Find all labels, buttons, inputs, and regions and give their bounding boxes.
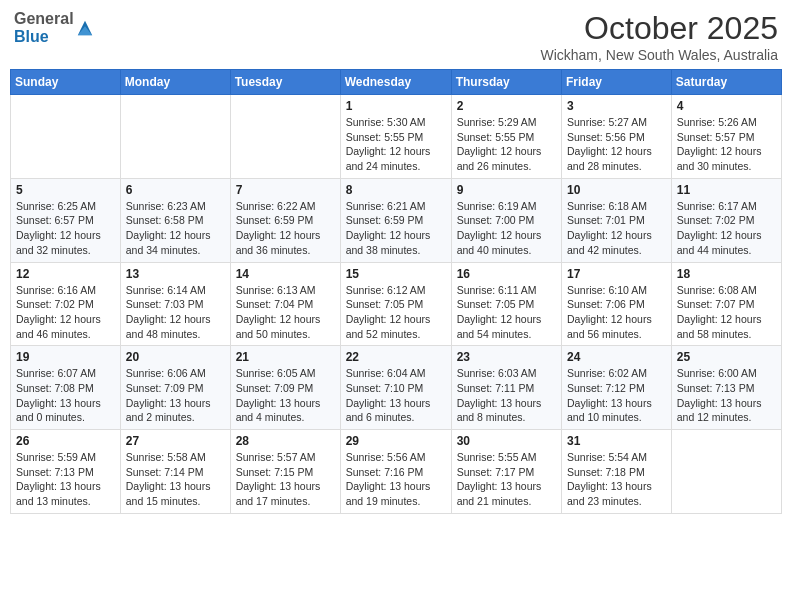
day-number: 7 [236,183,335,197]
cell-info: Sunrise: 5:56 AM Sunset: 7:16 PM Dayligh… [346,450,446,509]
day-number: 14 [236,267,335,281]
calendar-cell: 23Sunrise: 6:03 AM Sunset: 7:11 PM Dayli… [451,346,561,430]
day-number: 5 [16,183,115,197]
day-number: 19 [16,350,115,364]
cell-info: Sunrise: 6:00 AM Sunset: 7:13 PM Dayligh… [677,366,776,425]
calendar-cell: 12Sunrise: 6:16 AM Sunset: 7:02 PM Dayli… [11,262,121,346]
cell-info: Sunrise: 6:02 AM Sunset: 7:12 PM Dayligh… [567,366,666,425]
calendar-cell: 5Sunrise: 6:25 AM Sunset: 6:57 PM Daylig… [11,178,121,262]
day-number: 28 [236,434,335,448]
day-number: 30 [457,434,556,448]
logo-icon [76,19,94,37]
cell-info: Sunrise: 6:18 AM Sunset: 7:01 PM Dayligh… [567,199,666,258]
day-number: 2 [457,99,556,113]
calendar-cell: 30Sunrise: 5:55 AM Sunset: 7:17 PM Dayli… [451,430,561,514]
day-number: 26 [16,434,115,448]
cell-info: Sunrise: 5:29 AM Sunset: 5:55 PM Dayligh… [457,115,556,174]
calendar-cell [230,95,340,179]
calendar-cell: 10Sunrise: 6:18 AM Sunset: 7:01 PM Dayli… [562,178,672,262]
calendar-cell: 31Sunrise: 5:54 AM Sunset: 7:18 PM Dayli… [562,430,672,514]
cell-info: Sunrise: 6:11 AM Sunset: 7:05 PM Dayligh… [457,283,556,342]
calendar-cell: 6Sunrise: 6:23 AM Sunset: 6:58 PM Daylig… [120,178,230,262]
cell-info: Sunrise: 6:22 AM Sunset: 6:59 PM Dayligh… [236,199,335,258]
cell-info: Sunrise: 6:19 AM Sunset: 7:00 PM Dayligh… [457,199,556,258]
cell-info: Sunrise: 6:10 AM Sunset: 7:06 PM Dayligh… [567,283,666,342]
day-number: 8 [346,183,446,197]
calendar-cell: 9Sunrise: 6:19 AM Sunset: 7:00 PM Daylig… [451,178,561,262]
calendar-cell: 27Sunrise: 5:58 AM Sunset: 7:14 PM Dayli… [120,430,230,514]
month-title: October 2025 [540,10,778,47]
cell-info: Sunrise: 6:03 AM Sunset: 7:11 PM Dayligh… [457,366,556,425]
cell-info: Sunrise: 6:05 AM Sunset: 7:09 PM Dayligh… [236,366,335,425]
logo-general: General [14,10,74,28]
calendar-cell: 2Sunrise: 5:29 AM Sunset: 5:55 PM Daylig… [451,95,561,179]
calendar-cell: 25Sunrise: 6:00 AM Sunset: 7:13 PM Dayli… [671,346,781,430]
cell-info: Sunrise: 5:59 AM Sunset: 7:13 PM Dayligh… [16,450,115,509]
day-number: 6 [126,183,225,197]
calendar-cell: 13Sunrise: 6:14 AM Sunset: 7:03 PM Dayli… [120,262,230,346]
cell-info: Sunrise: 6:12 AM Sunset: 7:05 PM Dayligh… [346,283,446,342]
cell-info: Sunrise: 6:17 AM Sunset: 7:02 PM Dayligh… [677,199,776,258]
calendar-cell: 4Sunrise: 5:26 AM Sunset: 5:57 PM Daylig… [671,95,781,179]
logo-blue: Blue [14,28,74,46]
calendar-cell: 14Sunrise: 6:13 AM Sunset: 7:04 PM Dayli… [230,262,340,346]
calendar-cell: 18Sunrise: 6:08 AM Sunset: 7:07 PM Dayli… [671,262,781,346]
calendar-cell: 11Sunrise: 6:17 AM Sunset: 7:02 PM Dayli… [671,178,781,262]
calendar-week-row: 26Sunrise: 5:59 AM Sunset: 7:13 PM Dayli… [11,430,782,514]
calendar-cell: 26Sunrise: 5:59 AM Sunset: 7:13 PM Dayli… [11,430,121,514]
svg-marker-1 [77,26,91,35]
day-number: 1 [346,99,446,113]
calendar-cell [11,95,121,179]
location: Wickham, New South Wales, Australia [540,47,778,63]
calendar-cell: 20Sunrise: 6:06 AM Sunset: 7:09 PM Dayli… [120,346,230,430]
calendar-week-row: 1Sunrise: 5:30 AM Sunset: 5:55 PM Daylig… [11,95,782,179]
cell-info: Sunrise: 6:21 AM Sunset: 6:59 PM Dayligh… [346,199,446,258]
day-number: 17 [567,267,666,281]
day-number: 31 [567,434,666,448]
weekday-header-row: SundayMondayTuesdayWednesdayThursdayFrid… [11,70,782,95]
title-section: October 2025 Wickham, New South Wales, A… [540,10,778,63]
weekday-header-monday: Monday [120,70,230,95]
calendar-table: SundayMondayTuesdayWednesdayThursdayFrid… [10,69,782,514]
day-number: 22 [346,350,446,364]
cell-info: Sunrise: 6:14 AM Sunset: 7:03 PM Dayligh… [126,283,225,342]
cell-info: Sunrise: 6:07 AM Sunset: 7:08 PM Dayligh… [16,366,115,425]
calendar-cell: 8Sunrise: 6:21 AM Sunset: 6:59 PM Daylig… [340,178,451,262]
cell-info: Sunrise: 5:55 AM Sunset: 7:17 PM Dayligh… [457,450,556,509]
cell-info: Sunrise: 6:23 AM Sunset: 6:58 PM Dayligh… [126,199,225,258]
cell-info: Sunrise: 6:16 AM Sunset: 7:02 PM Dayligh… [16,283,115,342]
cell-info: Sunrise: 6:06 AM Sunset: 7:09 PM Dayligh… [126,366,225,425]
cell-info: Sunrise: 5:26 AM Sunset: 5:57 PM Dayligh… [677,115,776,174]
calendar-cell: 1Sunrise: 5:30 AM Sunset: 5:55 PM Daylig… [340,95,451,179]
cell-info: Sunrise: 6:04 AM Sunset: 7:10 PM Dayligh… [346,366,446,425]
calendar-cell: 19Sunrise: 6:07 AM Sunset: 7:08 PM Dayli… [11,346,121,430]
day-number: 24 [567,350,666,364]
cell-info: Sunrise: 6:13 AM Sunset: 7:04 PM Dayligh… [236,283,335,342]
calendar-cell: 24Sunrise: 6:02 AM Sunset: 7:12 PM Dayli… [562,346,672,430]
page-header: General Blue October 2025 Wickham, New S… [10,10,782,63]
day-number: 25 [677,350,776,364]
day-number: 27 [126,434,225,448]
calendar-week-row: 19Sunrise: 6:07 AM Sunset: 7:08 PM Dayli… [11,346,782,430]
cell-info: Sunrise: 6:25 AM Sunset: 6:57 PM Dayligh… [16,199,115,258]
day-number: 4 [677,99,776,113]
calendar-cell: 16Sunrise: 6:11 AM Sunset: 7:05 PM Dayli… [451,262,561,346]
calendar-cell: 3Sunrise: 5:27 AM Sunset: 5:56 PM Daylig… [562,95,672,179]
day-number: 12 [16,267,115,281]
weekday-header-saturday: Saturday [671,70,781,95]
weekday-header-thursday: Thursday [451,70,561,95]
cell-info: Sunrise: 6:08 AM Sunset: 7:07 PM Dayligh… [677,283,776,342]
cell-info: Sunrise: 5:57 AM Sunset: 7:15 PM Dayligh… [236,450,335,509]
weekday-header-tuesday: Tuesday [230,70,340,95]
cell-info: Sunrise: 5:30 AM Sunset: 5:55 PM Dayligh… [346,115,446,174]
day-number: 9 [457,183,556,197]
calendar-cell: 17Sunrise: 6:10 AM Sunset: 7:06 PM Dayli… [562,262,672,346]
day-number: 21 [236,350,335,364]
day-number: 16 [457,267,556,281]
calendar-cell: 7Sunrise: 6:22 AM Sunset: 6:59 PM Daylig… [230,178,340,262]
calendar-cell: 21Sunrise: 6:05 AM Sunset: 7:09 PM Dayli… [230,346,340,430]
cell-info: Sunrise: 5:27 AM Sunset: 5:56 PM Dayligh… [567,115,666,174]
calendar-cell [120,95,230,179]
weekday-header-wednesday: Wednesday [340,70,451,95]
calendar-cell: 28Sunrise: 5:57 AM Sunset: 7:15 PM Dayli… [230,430,340,514]
